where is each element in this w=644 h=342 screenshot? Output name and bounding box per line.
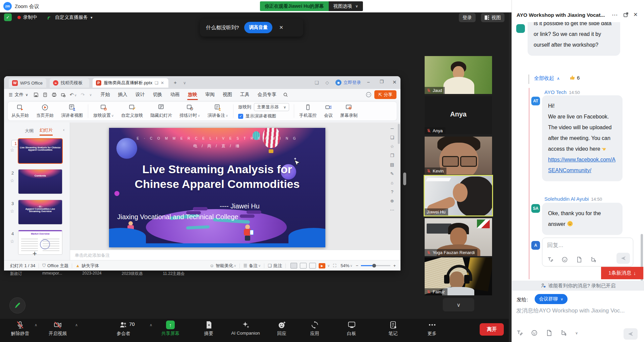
send-target-select[interactable]: 会议群聊∨ <box>535 294 568 304</box>
star-icon[interactable]: ☆ <box>10 178 14 183</box>
zoom-slider[interactable] <box>361 265 390 266</box>
video-tile[interactable]: Fairuz <box>425 257 492 295</box>
add-slide-button[interactable]: + <box>33 249 37 258</box>
tab-presentation-file[interactable]: 服饰类商品直播解析.pptx ❏ ✕ <box>93 78 168 88</box>
slide-thumbnail-3[interactable]: - 01 - Apparel Commodities Live Streamin… <box>18 200 62 224</box>
mic-options-chevron[interactable]: ∧ <box>35 323 37 327</box>
format-icon[interactable] <box>516 330 523 336</box>
presenter-view-button[interactable]: 演讲者视图 <box>57 104 87 118</box>
tab-docer[interactable]: 找稻壳模板 <box>50 78 89 88</box>
sender-name[interactable]: AYO Tech <box>544 89 567 95</box>
menu-animation[interactable]: 动画 <box>166 89 184 100</box>
output-icon[interactable] <box>43 92 48 97</box>
new-message-button[interactable]: 1条新消息↓ <box>601 267 643 279</box>
menu-transition[interactable]: 切换 <box>149 89 166 100</box>
menu-design[interactable]: 设计 <box>131 89 149 100</box>
tab-list-icon[interactable]: ∨ <box>183 81 186 85</box>
video-tile-active-speaker[interactable]: Jiawei Hu <box>424 175 493 216</box>
save-icon[interactable] <box>34 92 39 97</box>
file-menu[interactable]: ☰ 文件 ∨ <box>9 92 28 98</box>
menu-slideshow[interactable]: 放映 <box>184 89 201 100</box>
share-button[interactable]: ⇱分享 <box>374 90 396 99</box>
security-shield-icon[interactable]: ✓ <box>4 13 12 21</box>
video-tile[interactable]: Yoga Fauzan Renardi <box>425 218 492 256</box>
screen-record-button[interactable]: 屏幕录制 <box>336 104 361 118</box>
home-icon[interactable]: ⌂ <box>391 180 393 185</box>
chart-icon[interactable]: ▤ <box>390 162 394 167</box>
close-chat-icon[interactable]: ✕ <box>633 11 638 18</box>
play-current-button[interactable]: 当页开始 <box>33 104 57 118</box>
close-button[interactable]: ✕ <box>392 79 397 85</box>
zoom-out-icon[interactable]: − <box>356 263 359 268</box>
view-options-button[interactable]: 视图选项∨ <box>329 1 363 11</box>
slideshow-settings-button[interactable]: ​放映设置∨ <box>90 104 117 118</box>
video-options-chevron[interactable]: ∧ <box>75 323 78 327</box>
comment-button[interactable]: 批注 <box>273 263 282 269</box>
whiteboard-button[interactable]: 白板 <box>347 321 356 337</box>
collapse-panel-icon[interactable]: ‹ <box>63 127 64 132</box>
help-icon[interactable]: ? <box>391 189 393 194</box>
edit-icon[interactable]: ✎ <box>390 171 394 176</box>
tab-outline[interactable]: 大纲 <box>25 128 34 135</box>
more-videos-button[interactable]: ∨ <box>443 298 474 311</box>
custom-slideshow-button[interactable]: 自定义放映 <box>117 104 147 118</box>
reaction-badge[interactable]: 6 <box>570 75 580 81</box>
video-tile[interactable]: Kevin <box>425 137 492 175</box>
missing-font-label[interactable]: 缺失字体 <box>82 263 99 269</box>
play-slideshow-icon[interactable]: ▶ <box>319 263 325 268</box>
fit-screen-icon[interactable]: ⛶ <box>333 263 336 268</box>
speaker-notes-button[interactable]: ​演讲备注∨ <box>204 104 232 118</box>
close-icon[interactable]: ✕ <box>279 25 283 31</box>
redo-icon[interactable]: ↷ <box>81 92 85 97</box>
emoji-icon[interactable] <box>531 330 538 336</box>
panel-splitter[interactable] <box>509 12 512 342</box>
normal-view-icon[interactable] <box>290 263 297 268</box>
maximize-button[interactable]: ❐ <box>380 79 384 84</box>
add-icon[interactable]: ⊕ <box>390 198 394 203</box>
participants-button[interactable]: 70 参会者 <box>117 321 130 337</box>
raise-volume-button[interactable]: 调高音量 <box>244 22 272 33</box>
star-icon[interactable]: ☆ <box>10 147 14 153</box>
view-button[interactable]: 视图 <box>481 13 504 22</box>
menu-insert[interactable]: 插入 <box>114 89 131 100</box>
video-tile[interactable]: Jaud <box>425 56 492 94</box>
share-screen-button[interactable]: ↑ 共享屏幕 <box>161 321 179 337</box>
phone-sync-icon[interactable]: ❏ <box>315 80 319 85</box>
facebook-link[interactable]: https://www.facebook.com/ASEANCommunity/ <box>548 157 615 173</box>
sender-name[interactable]: Solehuddin Al Ayubi <box>544 196 589 202</box>
layout-icon[interactable]: ❏ <box>390 135 394 140</box>
sorter-view-icon[interactable] <box>300 263 307 268</box>
presenter-view-checkbox[interactable]: ✓ <box>238 114 243 119</box>
video-tile[interactable]: Anya Anya <box>425 96 492 134</box>
collapse-all-button[interactable]: 全部收起∧ <box>534 75 560 82</box>
star-icon[interactable]: ☆ <box>390 144 394 149</box>
share-view-scrollbar[interactable] <box>403 173 406 185</box>
tab-slides[interactable]: 幻灯片 <box>40 127 53 136</box>
menu-home[interactable]: 开始 <box>97 89 114 100</box>
phone-remote-button[interactable]: 手机遥控 <box>296 104 320 118</box>
compose-send-button[interactable] <box>624 328 638 340</box>
print-icon[interactable] <box>52 92 57 97</box>
zoom-in-icon[interactable]: + <box>393 263 396 268</box>
theme-label[interactable]: Office 主题 <box>47 263 68 269</box>
new-tab-button[interactable]: + <box>174 80 177 85</box>
zoom-percent[interactable]: 54% <box>340 263 349 268</box>
cube-icon[interactable]: ◇ <box>325 80 329 85</box>
more-button[interactable]: 更多 <box>428 321 437 337</box>
pages-icon[interactable]: ❐ <box>390 153 394 158</box>
file-icon[interactable] <box>546 330 552 336</box>
current-slide[interactable]: E · C O M M E R C E L I V E S T R E A M … <box>109 128 325 247</box>
collapse-icon[interactable]: ─ <box>390 126 393 131</box>
wps-ai-icon[interactable] <box>366 92 372 98</box>
notes-button[interactable]: 笔记 <box>389 321 398 337</box>
wps-login[interactable]: ☻ 立即登录 <box>335 80 361 86</box>
notes-button[interactable]: 备注 <box>249 263 258 269</box>
participants-chevron[interactable]: ∧ <box>150 323 152 327</box>
more-icon[interactable]: ⋯ <box>390 207 394 212</box>
annotation-pen-button[interactable] <box>9 297 25 313</box>
print-preview-icon[interactable] <box>61 92 66 97</box>
play-from-start-button[interactable]: 从头开始 <box>8 104 33 118</box>
reply-input[interactable]: 回复... <box>542 238 633 266</box>
pop-out-icon[interactable] <box>623 12 629 17</box>
screenshot-icon[interactable] <box>560 330 567 336</box>
